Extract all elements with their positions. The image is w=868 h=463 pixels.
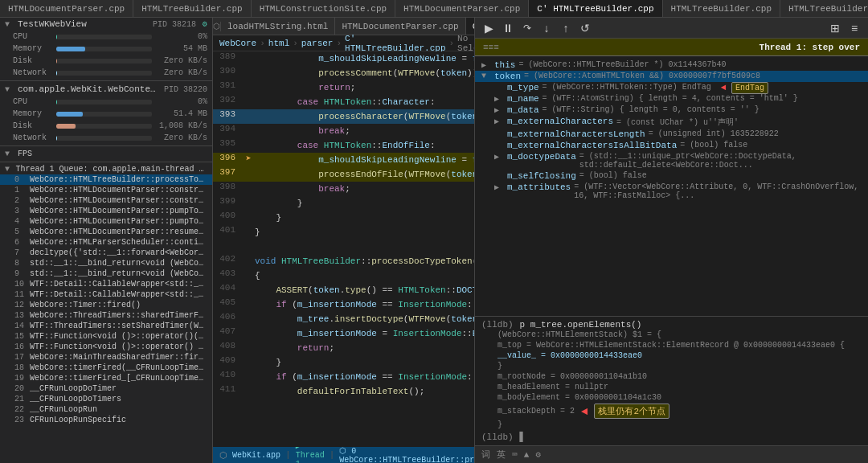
thread-14-label: WTF::ThreadTimers::setSharedTimer(WebCor… (30, 322, 207, 330)
thread-7[interactable]: 7 decltype({'std::__1::forward<WebCore::… (0, 248, 212, 258)
sec-tab-htmltreebuilder-active[interactable]: C' HTMLTreeBuilder.cpp (466, 18, 474, 35)
thread-5[interactable]: 5 WebCore::HTMLDocumentParser::resumePar… (0, 227, 212, 237)
thread-20[interactable]: 20 __CFRunLoopDoTimer (0, 383, 212, 394)
thread-6[interactable]: 6 WebCore::HTMLParserScheduler::continue… (0, 237, 212, 248)
thread-11[interactable]: 11 WTF::Detail::CallableWrapper<std::__1… (0, 289, 212, 300)
debug-step-into-btn[interactable]: ↓ (538, 19, 555, 37)
debug-step-over-btn[interactable]: ↷ (518, 19, 536, 37)
p2-memory-value: 51.4 MB (155, 109, 207, 118)
thread-13-label: WebCore::ThreadTimers::sharedTimerFiredI… (30, 311, 207, 320)
debug-step-out-btn[interactable]: ↑ (557, 19, 575, 37)
thread-0-num: 0 (14, 175, 27, 184)
thread-8[interactable]: 8 std::__1::__bind_return<void (WebCore:… (0, 258, 212, 268)
thread-10[interactable]: 10 WTF::Detail::CallableWrapper<std::__1… (0, 279, 212, 289)
thread-4[interactable]: 4 WebCore::HTMLDocumentParser::pumpToken… (0, 216, 212, 227)
tab-htmldocumentparser2[interactable]: HTMLDocumentParser.cpp (395, 0, 529, 18)
sec-tab-loadhtml[interactable]: loadHTMLString.html (221, 18, 335, 35)
thread-19[interactable]: 19 WebCore::timerFired_[_CFRunLoopTimer*… (0, 373, 212, 383)
p2-memory-bar-container (56, 112, 152, 117)
thread-16[interactable]: 16 WTF::Function<void ()>::operator() co… (0, 342, 212, 352)
breadcrumb-html[interactable]: html (268, 39, 289, 48)
thread-19-label: WebCore::timerFired_[_CFRunLoopTimer*, v… (30, 374, 207, 383)
tab-htmldocumentparser1[interactable]: HTMLDocumentParser.cpp (0, 0, 133, 18)
thread-8-label: std::__1::__bind_return<void (WebCore::H… (30, 259, 207, 268)
step-over-banner: ≡≡≡ Thread 1: step over (475, 39, 868, 56)
var-mexternalchars[interactable]: ▶ m_externalCharacters = (const UChar *)… (475, 116, 868, 129)
var-this[interactable]: ▶ this = (WebCore::HTMLTreeBuilder *) 0x… (475, 59, 868, 71)
thread-0-label: WebCore::HTMLTreeBuilder::processToken(W… (30, 175, 207, 184)
thread-11-label: WTF::Detail::CallableWrapper<std::__1>::… (30, 290, 207, 299)
thread-9-label: std::__1::__bind_return<void (WebCore::H… (30, 269, 207, 278)
var-mselfclosing[interactable]: m_selfClosing = (bool) false (475, 170, 868, 182)
thread-1[interactable]: 1 WebCore::HTMLDocumentParser::construct… (0, 185, 212, 195)
process-2-network-metric: Network Zero KB/s (0, 132, 212, 144)
var-mtype[interactable]: m_type = (WebCore::HTMLToken::Type) EndT… (475, 82, 868, 93)
thread-18[interactable]: 18 WebCore::timerFired(__CFRunLoopTimer*… (0, 363, 212, 373)
var-mexternalcharsbitdata[interactable]: m_externalCharactersIsAllBitData = (bool… (475, 140, 868, 151)
thread-20-label: __CFRunLoopDoTimer (30, 384, 117, 393)
var-mdata[interactable]: ▶ m_data = (WTF::String) { length = 0, c… (475, 104, 868, 116)
line-marker-396: ➤ (242, 153, 255, 165)
breadcrumb-parser[interactable]: parser (301, 39, 334, 48)
status-icon-3[interactable]: ⌨ (512, 449, 518, 460)
tab-htmltreebuilder1[interactable]: HTMLTreeBuilder.cpp (133, 0, 251, 18)
process-2-header[interactable]: ▼ com.apple.WebKit.WebContent PID 38220 (0, 83, 212, 96)
debug-pause-btn[interactable]: ⏸ (499, 19, 517, 37)
thread-2[interactable]: 2 WebCore::HTMLDocumentParser::construct… (0, 195, 212, 206)
tab-htmlconstructionsite1[interactable]: HTMLConstructionSite.cpp (252, 0, 395, 18)
process-1-name: TestWKWebView (18, 19, 149, 29)
thread-15-label: WTF::Function<void ()>::operator()(WebCo… (30, 332, 207, 341)
status-settings-icon[interactable]: ⚙ (535, 449, 541, 460)
tab-htmltreebuilder3[interactable]: HTMLTreeBuilder.cpp (780, 0, 868, 18)
process-1-pid: PID 38218 (153, 20, 196, 29)
thread-18-label: WebCore::timerFired(__CFRunLoopTimer*, v… (30, 363, 207, 372)
var-mname[interactable]: ▶ m_name = (WTF::AtomString) { length = … (475, 93, 868, 104)
var-mname-expand: ▶ (494, 94, 504, 104)
debug-restart-btn[interactable]: ↺ (576, 19, 594, 37)
linenum-404: 404 (213, 283, 242, 293)
tab-htmltreebuilder-active[interactable]: C' HTMLTreeBuilder.cpp (529, 0, 662, 18)
var-mdoctypedata[interactable]: ▶ m_doctypeData = (std::__1::unique_ptr<… (475, 151, 868, 170)
thread-22[interactable]: 22 __CFRunLoopRun (0, 404, 212, 415)
debug-continue-btn[interactable]: ▶ (480, 19, 497, 37)
thread-9[interactable]: 9 std::__1::__bind_return<void (WebCore:… (0, 268, 212, 279)
debug-layout-btn[interactable]: ⊞ (826, 19, 844, 37)
sec-tab-htmldocparser[interactable]: HTMLDocumentParser.cpp (335, 18, 465, 35)
thread-15[interactable]: 15 WTF::Function<void ()>::operator()(We… (0, 331, 212, 342)
thread-14[interactable]: 14 WTF::ThreadTimers::setSharedTimer(Web… (0, 321, 212, 331)
thread-21[interactable]: 21 __CFRunLoopDoTimers (0, 394, 212, 404)
status-icon-1[interactable]: 词 (481, 449, 490, 461)
thread-3[interactable]: 3 WebCore::HTMLDocumentParser::pumpToken… (0, 206, 212, 216)
var-mexternalcharslength[interactable]: m_externalCharactersLength = (unsigned i… (475, 129, 868, 140)
lldb-close-brace: } (497, 420, 862, 430)
thread-17[interactable]: 17 WebCore::MainThreadSharedTimer::fired… (0, 352, 212, 363)
cpu-value: 0% (155, 32, 207, 41)
process-1-header[interactable]: ▼ TestWKWebView PID 38218 ⚙ (0, 18, 212, 31)
breadcrumb: WebCore › html › parser › C' HTMLTreeBui… (213, 35, 474, 51)
cpu-label: CPU (13, 32, 53, 41)
linenum-411: 411 (213, 384, 242, 394)
thread-0[interactable]: 0 WebCore::HTMLTreeBuilder::processToken… (0, 174, 212, 185)
code-line-398: 398 break; (213, 182, 474, 196)
code-line-390: 390 processComment(WTFMove(token)); (213, 66, 474, 80)
tab-htmltreebuilder2[interactable]: HTMLTreeBuilder.cpp (663, 0, 780, 18)
var-token[interactable]: ▼ token = (WebCore::AtomHTMLToken &&) 0x… (475, 71, 868, 82)
status-icon-2[interactable]: 英 (497, 449, 506, 461)
debug-menu-btn[interactable]: ≡ (845, 19, 863, 37)
tab-nav-left[interactable]: ⬡ (213, 22, 221, 31)
thread-12[interactable]: 12 WebCore::Timer::fired() (0, 300, 212, 310)
thread-13[interactable]: 13 WebCore::ThreadTimers::sharedTimerFir… (0, 310, 212, 321)
line-code-389: m_shouldSkipLeadingNewline = false; (255, 51, 474, 66)
thread-queue-header[interactable]: ▼ Thread 1 Queue: com.apple.main-thread … (0, 164, 212, 174)
line-code-408: return; (255, 341, 474, 355)
annotation-arrow-icon: ◄ (581, 405, 588, 418)
process-1-expand-icon: ▼ (5, 20, 14, 29)
status-wifi-icon[interactable]: ▲ (524, 450, 530, 460)
breadcrumb-webcore[interactable]: WebCore (219, 39, 256, 48)
lldb-cmd-1: p m_tree.openElements() (520, 320, 642, 330)
thread-23[interactable]: 23 CFRunLoopRunSpecific (0, 415, 212, 425)
var-mattributes[interactable]: ▶ m_attributes = (WTF::Vector<WebCore::A… (475, 182, 868, 201)
breadcrumb-file[interactable]: C' HTMLTreeBuilder.cpp (345, 34, 445, 53)
line-code-410: if (m_insertionMode == InsertionMode::In… (255, 370, 474, 384)
var-mtype-type: = (WebCore::HTMLToken::Type) EndTag (542, 83, 711, 92)
